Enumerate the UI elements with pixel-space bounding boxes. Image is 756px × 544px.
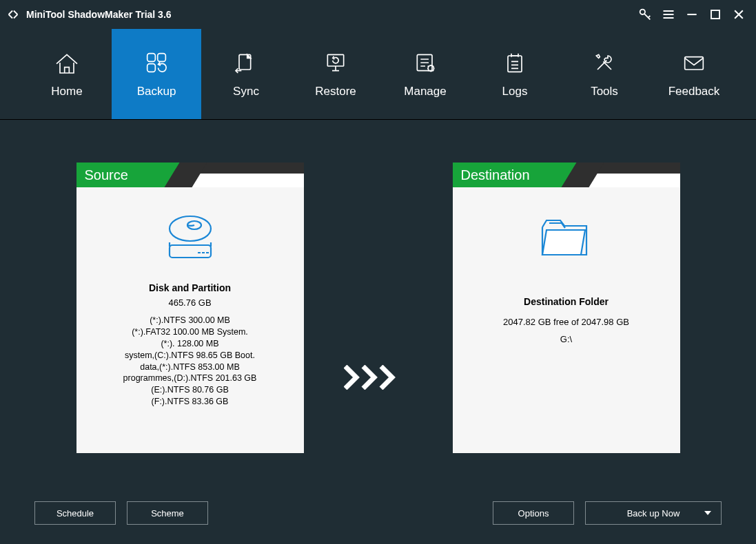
minimize-icon[interactable] [682,4,702,25]
destination-header: Destination [453,163,680,187]
hamburger-menu-icon[interactable] [658,4,679,25]
main-content: Source Disk and Partition 465.76 GB (*:)… [0,120,756,482]
tab-backup[interactable]: Backup [112,29,201,119]
source-ribbon: Source [76,163,180,187]
tab-sync-label: Sync [233,85,259,98]
svg-rect-12 [170,245,211,258]
svg-rect-2 [147,53,156,61]
source-size: 465.76 GB [86,297,294,308]
destination-free: 2047.82 GB free of 2047.98 GB [462,317,671,327]
source-panel[interactable]: Source Disk and Partition 465.76 GB (*:)… [76,163,304,453]
close-icon[interactable] [728,4,749,25]
partition-line: (E:).NTFS 80.76 GB [86,384,294,396]
tab-logs[interactable]: Logs [470,29,560,119]
source-header: Source [76,163,304,187]
svg-rect-3 [158,53,166,61]
tab-manage-label: Manage [404,85,446,98]
destination-ribbon: Destination [453,163,577,187]
svg-rect-9 [685,56,704,69]
partition-line: data,(*:).NTFS 853.00 MB [86,362,294,373]
svg-rect-4 [147,63,156,72]
partition-line: (F:).NTFS 83.36 GB [86,396,294,408]
partition-line: (*:). 128.00 MB [86,338,294,350]
partition-line: system,(C:).NTFS 98.65 GB Boot. [86,350,294,362]
key-icon[interactable] [635,4,655,25]
partition-line: (*:).NTFS 300.00 MB [86,315,294,326]
arrow-separator-icon [344,365,413,390]
tab-tools-label: Tools [591,85,618,98]
tab-manage[interactable]: Manage [380,29,470,119]
schedule-button[interactable]: Schedule [34,501,116,525]
app-logo-icon [6,7,21,22]
tab-home-label: Home [51,85,82,98]
tab-restore[interactable]: Restore [291,29,380,119]
options-button[interactable]: Options [493,501,574,525]
backup-now-button[interactable]: Back up Now [585,501,722,525]
partition-line: programmes,(D:).NTFS 201.63 GB [86,373,294,384]
partition-line: (*:).FAT32 100.00 MB System. [86,326,294,338]
disk-icon [86,213,294,266]
tab-restore-label: Restore [315,85,356,98]
maximize-icon[interactable] [705,4,726,25]
svg-rect-8 [508,56,522,72]
chevron-down-icon [704,511,711,515]
tab-backup-label: Backup [137,85,176,98]
tab-tools[interactable]: Tools [560,29,649,119]
destination-title: Destination Folder [462,296,671,307]
tab-logs-label: Logs [502,85,528,98]
destination-path: G:\ [462,334,671,344]
tab-home[interactable]: Home [22,29,112,119]
footer: Schedule Scheme Options Back up Now [0,482,756,544]
tab-feedback-label: Feedback [668,85,720,98]
svg-rect-5 [327,54,343,66]
main-nav: Home Backup Sync Restore [0,29,756,120]
tab-sync[interactable]: Sync [201,29,291,119]
source-partition-list: (*:).NTFS 300.00 MB (*:).FAT32 100.00 MB… [86,315,294,408]
backup-now-label: Back up Now [627,508,680,519]
scheme-button[interactable]: Scheme [127,501,208,525]
svg-point-0 [640,10,645,14]
svg-rect-1 [711,10,719,19]
app-title: MiniTool ShadowMaker Trial 3.6 [26,9,172,20]
destination-panel[interactable]: Destination Destination Folder 2047.82 G… [453,163,680,453]
titlebar: MiniTool ShadowMaker Trial 3.6 [0,0,756,29]
folder-icon [462,213,671,266]
source-title: Disk and Partition [86,282,294,293]
tab-feedback[interactable]: Feedback [649,29,739,119]
